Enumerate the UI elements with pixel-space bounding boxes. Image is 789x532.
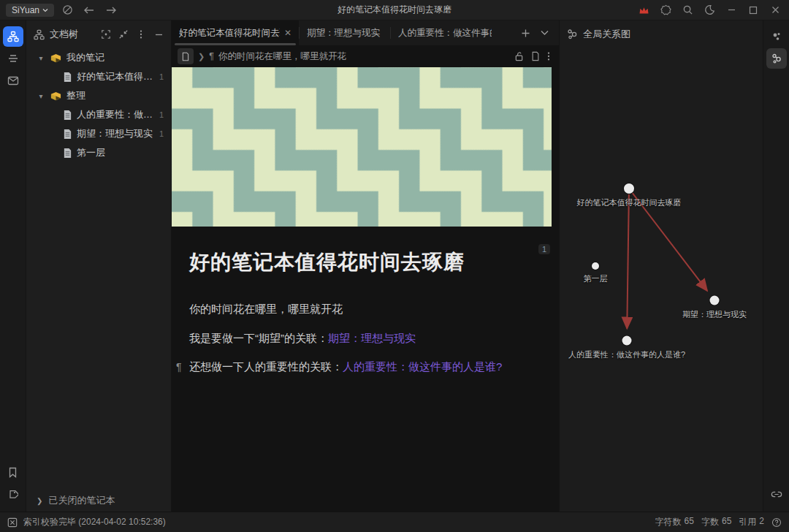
local-graph-dock-icon[interactable] [766,26,787,47]
index-status-icon[interactable] [7,517,18,528]
graph-node-label[interactable]: 第一层 [584,273,608,284]
title-ref-count-badge[interactable]: 1 [538,244,550,254]
back-icon[interactable] [80,2,98,18]
global-graph-panel: 全局关系图 好的笔记本值得花时间去琢磨第一层期望：理想与现实人的重要性：做这件事… [559,20,763,512]
tab-list-chevron-icon[interactable] [535,24,553,42]
ref-count-badge: 1 [159,110,164,119]
theme-moon-icon[interactable] [700,2,719,18]
notebook-row[interactable]: ▾ 整理 [26,86,171,105]
banner-image [172,67,552,227]
pilcrow-gutter-icon: ¶ [176,360,182,375]
tab-close-icon[interactable]: ✕ [284,28,291,38]
doc-row[interactable]: 好的笔记本值得花时间去琢磨 1 [26,67,171,86]
graph-panel-title: 全局关系图 [583,28,630,41]
doc-name: 人的重要性：做这件事的人是谁? [77,108,155,121]
tab-bar: 好的笔记本值得花时间去琢磨 ✕ 期望：理想与现实 人的重要性：做这件事的人是谁? [172,20,559,45]
pilcrow-icon: ¶ [209,51,214,61]
doc-name: 期望：理想与现实 [77,127,155,140]
backlinks-dock-icon[interactable] [766,484,787,504]
tab-expectation-doc[interactable]: 期望：理想与现实 [300,20,390,45]
breadcrumb-block-text[interactable]: 你的时间花在哪里，哪里就开花 [218,50,510,63]
ref-count-badge: 1 [159,129,164,138]
chevron-down-icon[interactable]: ▾ [37,54,45,62]
paragraph[interactable]: 我是要做一下“期望”的关联：期望：理想与现实 [189,330,541,347]
paragraph-text: 还想做一下人的重要性的关联： [189,360,343,373]
block-ref-link[interactable]: 人的重要性：做这件事的人是谁? [343,360,502,373]
outline-dock-icon[interactable] [3,48,23,69]
block-ref-link[interactable]: 期望：理想与现实 [328,332,416,344]
word-count-value: 65 [722,516,731,528]
graph-node-label[interactable]: 好的笔记本值得花时间去琢磨 [577,197,682,208]
app-menu-button[interactable]: SiYuan [6,4,54,17]
workspace-badge-icon[interactable] [656,2,675,18]
sync-off-icon[interactable] [58,2,76,18]
doctree-panel: 文档树 ▾ 我的笔记 [26,20,172,512]
graph-node[interactable] [592,262,599,270]
forward-icon[interactable] [102,2,120,18]
doc-row[interactable]: 第一层 [26,143,171,162]
new-tab-icon[interactable] [517,24,534,42]
tab-current-doc[interactable]: 好的笔记本值得花时间去琢磨 ✕ [172,20,299,45]
notebook-name: 整理 [66,89,164,102]
more-icon[interactable] [547,51,550,61]
doc-row[interactable]: 人的重要性：做这件事的人是谁? 1 [26,105,171,124]
readonly-unlock-icon[interactable] [514,51,524,61]
notebook-icon [50,91,62,102]
status-bar: 索引校验完毕 (2024-04-02 10:52:36) 字符数65 字数65 … [0,512,789,532]
min-panel-icon[interactable] [152,28,165,41]
app-menu-label: SiYuan [12,5,39,15]
doc-tree: ▾ 我的笔记 好的笔记本值得花时间去琢磨 1 ▾ 整理 [26,48,171,162]
tab-label: 人的重要性：做这件事的人是谁? [398,27,492,39]
document-area[interactable]: 1 好的笔记本值得花时间去琢磨 你的时间花在哪里，哪里就开花 我是要做一下“期望… [172,67,559,512]
paragraph[interactable]: 你的时间花在哪里，哪里就开花 [189,301,541,318]
doc-title[interactable]: 好的笔记本值得花时间去琢磨 [189,248,541,276]
graph-edge [627,189,629,329]
bookmark-dock-icon[interactable] [3,462,23,482]
locate-doc-icon[interactable] [99,28,113,41]
graph-node[interactable] [624,183,634,194]
tab-label: 期望：理想与现实 [307,27,383,39]
tab-label: 好的笔记本值得花时间去琢磨 [179,27,280,39]
chevron-down-icon[interactable]: ▾ [37,92,45,100]
filetree-dock-icon[interactable] [3,26,23,47]
ref-count-label: 引用 [739,516,756,528]
char-count-value: 65 [685,516,694,528]
char-count-label: 字符数 [655,516,682,528]
graph-node[interactable] [622,336,632,346]
closed-notebooks-label: 已关闭的笔记本 [48,494,115,507]
notebook-name: 我的笔记 [66,51,164,64]
more-icon[interactable] [134,28,148,41]
graph-node-label[interactable]: 人的重要性：做这件事的人是谁? [568,349,685,360]
paragraph[interactable]: ¶ 还想做一下人的重要性的关联：人的重要性：做这件事的人是谁? [189,359,541,376]
doc-name: 好的笔记本值得花时间去琢磨 [77,70,155,83]
doc-row[interactable]: 期望：理想与现实 1 [26,124,171,143]
notebook-icon [50,53,62,64]
notebook-row[interactable]: ▾ 我的笔记 [26,48,171,67]
breadcrumb: ❯ ¶ 你的时间花在哪里，哪里就开花 [172,45,559,67]
doc-info-icon[interactable] [531,51,540,61]
doc-icon [63,110,72,121]
tab-people-doc[interactable]: 人的重要性：做这件事的人是谁? [391,20,499,45]
close-icon[interactable] [766,2,785,18]
global-graph-dock-icon[interactable] [766,48,787,69]
closed-notebooks-row[interactable]: ❯ 已关闭的笔记本 [37,494,115,507]
status-message: 索引校验完毕 (2024-04-02 10:52:36) [23,516,166,528]
breadcrumb-doc-icon[interactable] [178,48,194,64]
graph-node-label[interactable]: 期望：理想与现实 [682,309,747,320]
maximize-icon[interactable] [744,2,763,18]
titlebar: SiYuan 好的笔记本值得花时间去琢磨 [0,0,789,20]
sponsor-crown-icon[interactable] [634,2,653,18]
chevron-right-icon: ❯ [198,52,205,61]
graph-node[interactable] [710,296,720,305]
right-dock [763,20,789,512]
global-graph-icon [565,28,579,41]
search-icon[interactable] [678,2,697,18]
collapse-all-icon[interactable] [117,28,130,41]
help-icon[interactable] [771,517,782,528]
inbox-dock-icon[interactable] [3,70,23,91]
minimize-icon[interactable] [722,2,741,18]
graph-canvas[interactable]: 好的笔记本值得花时间去琢磨第一层期望：理想与现实人的重要性：做这件事的人是谁? [560,48,763,512]
tag-dock-icon[interactable] [3,484,23,504]
ref-count-value: 2 [759,516,764,528]
paragraph-text: 你的时间花在哪里，哪里就开花 [189,303,343,315]
